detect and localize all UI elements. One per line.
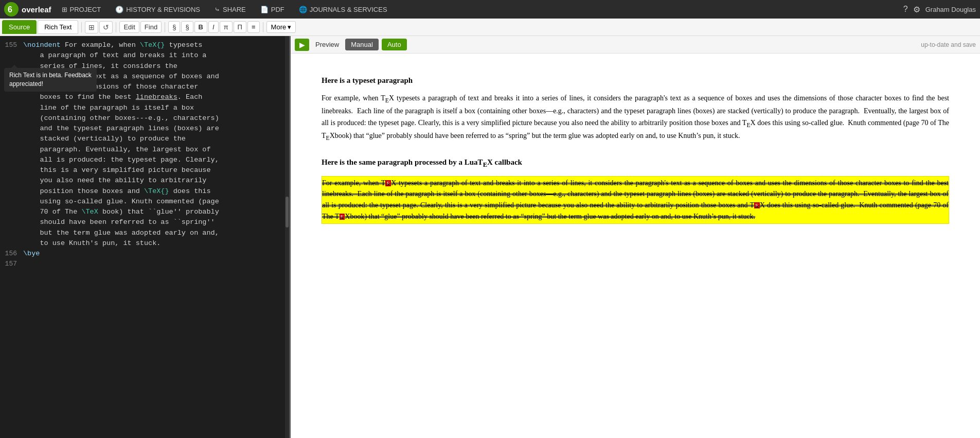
layout-icon-btn[interactable]: ⊞ xyxy=(85,21,98,33)
preview-label: Preview xyxy=(312,39,342,50)
pi2-btn[interactable]: Π xyxy=(234,21,246,33)
section2-title: Here is the same paragraph processed by … xyxy=(322,156,949,170)
svg-text:6: 6 xyxy=(8,5,12,14)
editor-scrollbar[interactable] xyxy=(285,36,289,438)
nav-journals-label: JOURNALS & SERVICES xyxy=(310,6,387,13)
section1-body: For example, when TEX typesets a paragra… xyxy=(322,93,949,144)
editor-scrollbar-thumb[interactable] xyxy=(286,197,289,227)
preview-toolbar: ▶ Preview Manual Auto up-to-date and sav… xyxy=(291,36,980,54)
top-navbar: 6 overleaf ⊞ PROJECT 🕐 HISTORY & REVISIO… xyxy=(0,0,980,19)
globe-icon: 🌐 xyxy=(299,6,307,13)
auto-btn[interactable]: Auto xyxy=(382,39,407,50)
rich-text-tab[interactable]: Rich Text xyxy=(38,20,78,34)
help-icon[interactable]: ? xyxy=(903,5,908,14)
editor-toolbar: Source Rich Text ⊞ ↺ Edit Find § § B I π… xyxy=(0,19,980,36)
line-number-156: 156 xyxy=(0,249,23,259)
nav-project[interactable]: ⊞ PROJECT xyxy=(58,4,105,15)
find-btn[interactable]: Find xyxy=(140,21,162,33)
tooltip-line1: Rich Text is in beta. Feedback xyxy=(9,72,92,79)
bold-btn[interactable]: B xyxy=(194,21,207,33)
project-icon: ⊞ xyxy=(62,6,67,13)
italic-btn[interactable]: I xyxy=(208,21,219,33)
line-content-156[interactable]: \bye xyxy=(23,249,289,259)
code-line-157: 157 xyxy=(0,259,289,269)
more-btn-label: More xyxy=(271,23,287,31)
logo[interactable]: 6 overleaf xyxy=(4,2,51,16)
code-editor[interactable]: 155 \noindent For example, when \TeX{} t… xyxy=(0,36,289,438)
history-icon: 🕐 xyxy=(115,6,123,13)
tooltip-line2: appreciated! xyxy=(9,80,43,87)
pdf-icon: 📄 xyxy=(260,6,269,13)
toolbar-separator-2 xyxy=(116,22,116,32)
preview-status: up-to-date and save xyxy=(921,41,976,48)
nav-pdf-label: PDF xyxy=(271,6,284,13)
editor-panel[interactable]: Rich Text is in beta. Feedback appreciat… xyxy=(0,36,291,438)
section2-highlighted-body: For example, when TEX typesets a paragra… xyxy=(322,176,949,224)
edit-btn[interactable]: Edit xyxy=(119,21,139,33)
pi-btn[interactable]: π xyxy=(220,21,233,33)
more-btn[interactable]: More ▾ xyxy=(266,21,296,33)
main-content: Rich Text is in beta. Feedback appreciat… xyxy=(0,36,980,438)
line-number-157: 157 xyxy=(0,259,23,269)
line-content-157[interactable] xyxy=(23,259,289,269)
toolbar-separator-3 xyxy=(165,22,165,32)
nav-share-label: SHARE xyxy=(223,6,246,13)
share-icon: ⤷ xyxy=(215,6,220,13)
list-btn[interactable]: ≡ xyxy=(247,21,260,33)
history-icon-btn[interactable]: ↺ xyxy=(99,21,113,33)
nav-share[interactable]: ⤷ SHARE xyxy=(210,4,250,15)
preview-content[interactable]: Here is a typeset paragraph For example,… xyxy=(291,54,980,438)
nav-journals[interactable]: 🌐 JOURNALS & SERVICES xyxy=(295,4,391,15)
preview-panel: ▶ Preview Manual Auto up-to-date and sav… xyxy=(291,36,980,438)
rich-text-tooltip: Rich Text is in beta. Feedback appreciat… xyxy=(4,68,97,92)
preview-play-button[interactable]: ▶ xyxy=(295,39,309,51)
toolbar-separator-4 xyxy=(263,22,263,32)
red-box-tex: E xyxy=(385,180,391,186)
section-btn-2[interactable]: § xyxy=(181,21,193,33)
red-box-tex3: E xyxy=(340,214,345,220)
nav-history-label: HISTORY & REVISIONS xyxy=(126,6,200,13)
nav-history[interactable]: 🕐 HISTORY & REVISIONS xyxy=(111,4,204,15)
nav-pdf[interactable]: 📄 PDF xyxy=(256,4,289,15)
source-tab[interactable]: Source xyxy=(2,20,37,34)
red-box-tex2: E xyxy=(754,202,760,208)
nav-project-label: PROJECT xyxy=(70,6,101,13)
user-name[interactable]: Graham Douglas xyxy=(925,6,976,13)
manual-btn[interactable]: Manual xyxy=(345,39,379,50)
section-btn-1[interactable]: § xyxy=(168,21,180,33)
toolbar-separator-1 xyxy=(81,22,82,32)
more-arrow-icon: ▾ xyxy=(288,23,291,31)
code-line-156: 156 \bye xyxy=(0,249,289,259)
settings-icon[interactable]: ⚙ xyxy=(913,5,920,14)
section1-title: Here is a typeset paragraph xyxy=(322,74,949,86)
logo-text: overleaf xyxy=(22,5,51,14)
